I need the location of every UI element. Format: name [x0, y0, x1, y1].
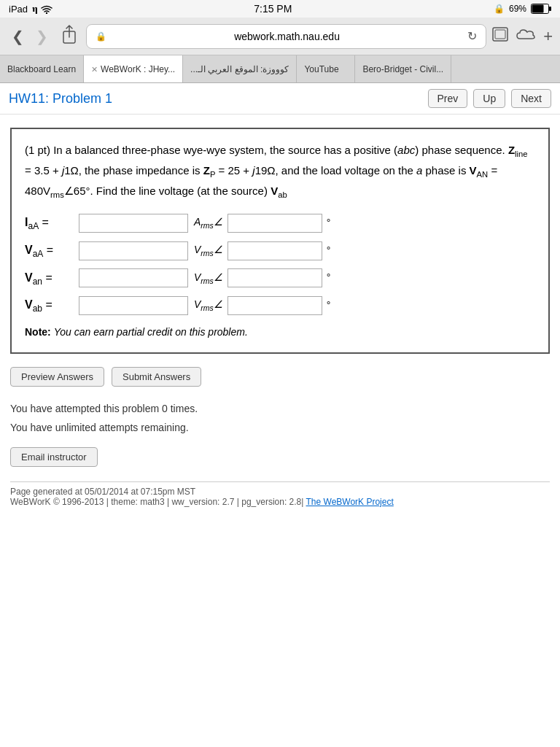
device-label: iPad [9, 4, 28, 15]
prev-button[interactable]: Prev [428, 89, 468, 108]
browser-toolbar: ❮ ❯ 🔒 webwork.math.nau.edu ↻ + [0, 18, 560, 55]
Van-angle-input[interactable] [228, 268, 322, 287]
Van-unit: Vrms∠ [194, 269, 223, 288]
Vab-unit: Vrms∠ [194, 296, 223, 315]
tab-blackboard-label: Blackboard Learn [7, 64, 76, 74]
VaA-angle-input[interactable] [228, 241, 322, 260]
svg-rect-6 [495, 30, 505, 39]
svg-rect-2 [549, 7, 551, 11]
partial-credit-note: Note: You can earn partial credit on thi… [25, 324, 535, 341]
up-button[interactable]: Up [473, 89, 505, 108]
VaA-unit: Vrms∠ [194, 241, 223, 260]
attempt-info: You have attempted this problem 0 times.… [0, 397, 560, 439]
VaA-magnitude-input[interactable] [79, 241, 188, 260]
icloud-button[interactable] [516, 27, 536, 46]
wifi-icon: 𝛈 [32, 3, 52, 15]
Vab-magnitude-input[interactable] [79, 296, 188, 315]
footer-copyright: WeBWorK © 1996-2013 | theme: math3 | ww_… [10, 497, 550, 507]
VaA-degree: ° [327, 242, 331, 260]
page-title: HW11: Problem 1 [9, 91, 422, 107]
preview-answers-button[interactable]: Preview Answers [10, 367, 104, 387]
browser-actions: + [492, 27, 553, 46]
a-phase-label: a [416, 164, 422, 177]
lock-icon: 🔒 [494, 4, 505, 14]
tab-webwork-label: WeBWorK : JHey... [101, 64, 175, 74]
forward-button[interactable]: ❯ [31, 28, 52, 45]
field-row-IaA: IaA = Arms∠ ° [25, 212, 535, 234]
problem-description: (1 pt) In a balanced three-phase wye-wye… [25, 141, 535, 202]
new-tab-button[interactable]: + [543, 27, 553, 46]
van-label: V [470, 164, 477, 177]
battery-percent: 69% [509, 4, 526, 14]
VaA-label: VaA = [25, 240, 76, 262]
van-sub: AN [477, 170, 489, 179]
tab-webwork-close[interactable]: ✕ [91, 65, 98, 74]
vab-sub: ab [278, 190, 287, 199]
footer-copyright-text: WeBWorK © 1996-2013 | theme: math3 | ww_… [10, 497, 303, 507]
action-buttons: Preview Answers Submit Answers [10, 367, 550, 387]
attempt-line2: You have unlimited attempts remaining. [10, 419, 550, 437]
Van-label: Van = [25, 268, 76, 290]
tabs-bar: Blackboard Learn ✕ WeBWorK : JHey... كوو… [0, 55, 560, 83]
note-text: You can earn partial credit on this prob… [54, 326, 248, 338]
page-footer: Page generated at 05/01/2014 at 07:15pm … [10, 481, 550, 507]
nav-buttons: ❮ ❯ [7, 28, 52, 45]
svg-rect-3 [532, 5, 543, 13]
tab-webwork[interactable]: ✕ WeBWorK : JHey... [84, 55, 183, 83]
attempt-line1: You have attempted this problem 0 times. [10, 400, 550, 418]
field-row-Van: Van = Vrms∠ ° [25, 268, 535, 290]
ssl-lock-icon: 🔒 [96, 31, 106, 42]
address-bar[interactable]: 🔒 webwork.math.nau.edu ↻ [86, 24, 486, 49]
reload-button[interactable]: ↻ [467, 29, 477, 43]
IaA-magnitude-input[interactable] [79, 214, 188, 233]
field-row-Vab: Vab = Vrms∠ ° [25, 295, 535, 317]
submit-answers-button[interactable]: Submit Answers [112, 367, 201, 387]
z-line-sub: line [515, 150, 528, 158]
tab-bero[interactable]: Bero-Bridget - Civil... [355, 55, 451, 83]
Van-degree: ° [327, 269, 331, 287]
back-button[interactable]: ❮ [7, 28, 28, 45]
email-instructor-row: Email instructor [10, 447, 550, 467]
battery-icon [531, 4, 551, 15]
email-instructor-button[interactable]: Email instructor [10, 447, 98, 467]
note-bold: Note: [25, 326, 51, 338]
fields-table: IaA = Arms∠ ° VaA = Vrms∠ ° Van = Vrms∠ [25, 212, 535, 316]
status-left: iPad 𝛈 [9, 3, 52, 15]
problem-box: (1 pt) In a balanced three-phase wye-wye… [10, 128, 550, 354]
IaA-degree: ° [327, 214, 331, 232]
url-text: webwork.math.nau.edu [111, 31, 463, 42]
field-row-VaA: VaA = Vrms∠ ° [25, 240, 535, 262]
z-line-label: Z [508, 144, 515, 156]
tab-arabic[interactable]: كوووزة: الموقع العربي الـ... [183, 55, 297, 83]
tab-bero-label: Bero-Bridget - Civil... [362, 64, 443, 74]
problem-points: (1 pt) [25, 144, 50, 156]
tab-youtube-label: YouTube [304, 64, 338, 74]
share-button[interactable] [61, 24, 77, 48]
tab-blackboard[interactable]: Blackboard Learn [0, 55, 84, 83]
webwork-project-link[interactable]: The WeBWorK Project [306, 497, 394, 507]
status-right: 🔒 69% [494, 4, 551, 15]
status-bar: iPad 𝛈 7:15 PM 🔒 69% [0, 0, 560, 18]
sequence-abc: abc [397, 144, 415, 156]
tab-overview-button[interactable] [492, 27, 508, 46]
IaA-angle-input[interactable] [228, 214, 322, 233]
Vab-degree: ° [327, 297, 331, 314]
vab-label: V [271, 185, 278, 197]
Vab-label: Vab = [25, 295, 76, 317]
tab-youtube[interactable]: YouTube [297, 55, 355, 83]
svg-point-0 [45, 12, 47, 13]
time-display: 7:15 PM [254, 3, 292, 15]
van-unit: rms [50, 190, 64, 199]
IaA-unit: Arms∠ [194, 214, 223, 233]
tab-arabic-label: كوووزة: الموقع العربي الـ... [190, 64, 289, 74]
page-header: HW11: Problem 1 Prev Up Next [0, 83, 560, 115]
next-button[interactable]: Next [511, 89, 551, 108]
z-p-sub: P [210, 170, 216, 179]
IaA-label: IaA = [25, 212, 76, 234]
z-p-label: Z [203, 164, 210, 177]
Vab-angle-input[interactable] [228, 296, 322, 315]
Van-magnitude-input[interactable] [79, 268, 188, 287]
footer-generated: Page generated at 05/01/2014 at 07:15pm … [10, 487, 550, 497]
